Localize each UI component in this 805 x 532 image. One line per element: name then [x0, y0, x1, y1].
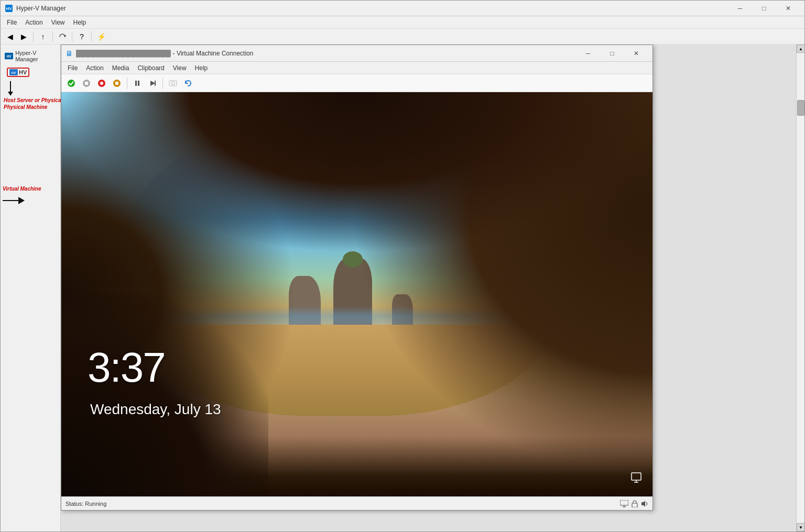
annotation-vm-section: Virtual Machine: [3, 186, 41, 204]
main-area: 🖥 ███████████████████ - Virtual Machine …: [61, 45, 804, 531]
vm-titlebar: 🖥 ███████████████████ - Virtual Machine …: [61, 45, 652, 62]
svg-rect-8: [85, 82, 88, 85]
hyperv-titlebar: HV Hyper-V Manager ─ □ ✕: [1, 1, 804, 16]
svg-rect-13: [135, 81, 137, 86]
menu-help[interactable]: Help: [69, 18, 91, 27]
svg-marker-15: [150, 81, 155, 86]
vm-minimize-button[interactable]: ─: [576, 45, 600, 62]
svg-text:HV: HV: [6, 6, 12, 11]
main-scrollbar[interactable]: ▲ ▼: [796, 45, 804, 531]
menu-view[interactable]: View: [47, 18, 69, 27]
vm-btn-screenshot[interactable]: [166, 76, 180, 90]
vm-btn-record[interactable]: [95, 76, 108, 90]
cave-wall-top: [61, 92, 652, 254]
action-button[interactable]: ⚡: [95, 30, 107, 43]
refresh-button[interactable]: [56, 30, 69, 43]
annotation-arrow-right: [3, 197, 41, 204]
svg-point-10: [100, 82, 103, 85]
svg-rect-16: [155, 81, 156, 86]
svg-point-18: [171, 82, 175, 85]
vm-connection-window: 🖥 ███████████████████ - Virtual Machine …: [61, 45, 653, 511]
svg-rect-22: [620, 500, 628, 505]
vm-menu-file[interactable]: File: [63, 63, 82, 73]
svg-text:HV: HV: [12, 71, 16, 74]
vm-btn-resume[interactable]: [146, 76, 159, 90]
hyperv-content: HV Hyper-V Manager HV HV Hos: [1, 45, 804, 531]
svg-text:HV: HV: [7, 54, 12, 58]
vm-title-icon: 🖥: [66, 49, 73, 58]
sidebar: HV Hyper-V Manager HV HV Hos: [1, 45, 61, 531]
annotation-vm-label: Virtual Machine: [3, 186, 41, 192]
vm-statusbar: Status: Running: [61, 496, 652, 510]
maximize-button[interactable]: □: [752, 0, 776, 17]
status-lock-icon: [632, 500, 638, 507]
scrollbar-down-button[interactable]: ▼: [797, 523, 804, 531]
svg-rect-12: [115, 82, 118, 85]
vm-maximize-button[interactable]: □: [600, 45, 624, 62]
network-icon: [630, 472, 642, 486]
svg-marker-26: [641, 501, 645, 507]
server-label: HV: [19, 69, 27, 75]
menu-file[interactable]: File: [3, 18, 21, 27]
vm-close-button[interactable]: ✕: [624, 45, 648, 62]
vm-toolbar-sep-1: [127, 77, 127, 89]
close-button[interactable]: ✕: [776, 0, 800, 17]
vm-screen[interactable]: 3:37 Wednesday, July 13: [61, 92, 652, 496]
forward-button[interactable]: ▶: [17, 30, 30, 43]
lockscreen-background: 3:37 Wednesday, July 13: [61, 92, 652, 496]
lockscreen-date: Wednesday, July 13: [90, 401, 221, 418]
vm-menu-clipboard[interactable]: Clipboard: [133, 63, 168, 73]
svg-point-6: [68, 80, 75, 87]
hyperv-title-text: Hyper-V Manager: [16, 5, 66, 12]
scrollbar-up-button[interactable]: ▲: [797, 45, 804, 53]
svg-rect-25: [632, 503, 637, 507]
minimize-button[interactable]: ─: [728, 0, 752, 17]
hyperv-title-icon: HV: [5, 4, 13, 13]
vm-title-suffix: - Virtual Machine Connection: [173, 50, 254, 57]
vm-btn-connect[interactable]: [64, 76, 78, 90]
vm-menu-action[interactable]: Action: [82, 63, 107, 73]
help-button[interactable]: ?: [75, 30, 88, 43]
vm-btn-pause[interactable]: [130, 76, 144, 90]
vm-menu-view[interactable]: View: [169, 63, 191, 73]
vm-status-text: Status: Running: [66, 501, 616, 507]
svg-rect-14: [138, 81, 139, 86]
svg-rect-19: [632, 473, 641, 480]
up-button[interactable]: ↑: [37, 30, 49, 43]
scrollbar-thumb[interactable]: [797, 100, 804, 116]
vm-btn-stop[interactable]: [80, 76, 93, 90]
menu-action[interactable]: Action: [21, 18, 47, 27]
hyperv-manager-window: HV Hyper-V Manager ─ □ ✕ File Action Vie…: [0, 0, 805, 532]
sidebar-item-manager[interactable]: HV Hyper-V Manager: [3, 49, 58, 63]
vm-status-icons: [620, 500, 648, 507]
toolbar-separator-1: [33, 31, 34, 42]
vm-btn-reset[interactable]: [110, 76, 124, 90]
vm-btn-revert[interactable]: [181, 76, 195, 90]
vm-toolbar-sep-2: [162, 77, 163, 89]
toolbar-separator-3: [72, 31, 72, 42]
back-button[interactable]: ◀: [4, 30, 16, 43]
hyperv-menubar: File Action View Help: [1, 16, 804, 29]
status-speaker-icon: [641, 500, 648, 507]
sidebar-manager-label: Hyper-V Manager: [15, 50, 56, 62]
scrollbar-track[interactable]: [797, 53, 804, 523]
hyperv-toolbar: ◀ ▶ ↑ ? ⚡: [1, 29, 804, 45]
vm-menubar: File Action Media Clipboard View Help: [61, 62, 652, 74]
vm-menu-help[interactable]: Help: [191, 63, 212, 73]
toolbar-separator-4: [91, 31, 92, 42]
vm-toolbar: [61, 74, 652, 92]
lockscreen-time: 3:37: [88, 343, 165, 392]
annotation-arrow-down: [8, 81, 13, 96]
lockscreen-icons: [630, 472, 642, 486]
sidebar-item-server[interactable]: HV HV: [7, 68, 29, 77]
vm-title-blurred: ███████████████████: [76, 50, 171, 57]
cave-wall-bottom-left: [61, 294, 268, 496]
vm-menu-media[interactable]: Media: [108, 63, 134, 73]
toolbar-separator-2: [52, 31, 53, 42]
status-monitor-icon: [620, 500, 628, 507]
